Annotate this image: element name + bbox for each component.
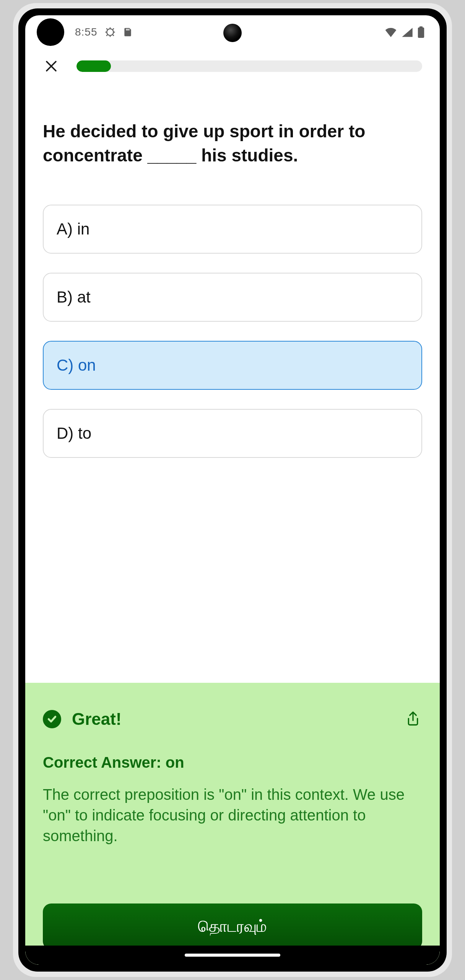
svg-rect-5 [419,26,423,28]
explanation-text: The correct preposition is "on" in this … [43,784,422,846]
svg-rect-3 [128,29,129,30]
quiz-content: He decided to give up sport in order to … [25,83,440,683]
progress-bar [76,60,422,72]
status-time: 8:55 [75,26,98,38]
feedback-title: Great! [72,710,122,729]
front-camera [223,24,242,42]
status-right [385,26,424,38]
options-list: A) inB) atC) onD) to [43,205,422,458]
option-b[interactable]: B) at [43,273,422,322]
sd-card-icon [123,26,133,38]
svg-rect-4 [418,28,424,38]
android-nav-bar [25,946,440,965]
wifi-icon [385,27,397,37]
progress-fill [76,60,111,72]
feedback-title-row: Great! [43,710,122,729]
phone-frame-outer: 8:55 [13,3,452,977]
correct-answer-label: Correct Answer: on [43,754,422,771]
screen: 8:55 [25,15,440,965]
check-circle-icon [43,710,61,728]
close-button[interactable] [43,58,60,75]
feedback-panel: Great! Correct Answer: on The correct pr… [25,683,440,965]
svg-rect-1 [126,29,127,30]
status-dot [37,18,64,46]
feedback-header: Great! [43,710,422,729]
share-button[interactable] [404,710,422,728]
gear-icon [104,26,116,38]
continue-button[interactable]: தொடரவும் [43,903,422,949]
svg-rect-2 [127,29,128,30]
svg-point-0 [107,29,114,36]
option-a[interactable]: A) in [43,205,422,254]
question-text: He decided to give up sport in order to … [43,119,422,168]
status-left: 8:55 [75,26,133,38]
option-c[interactable]: C) on [43,341,422,390]
nav-pill[interactable] [185,954,280,957]
phone-frame: 8:55 [18,8,447,972]
app-header [25,49,440,83]
option-d[interactable]: D) to [43,409,422,458]
battery-icon [418,26,424,38]
signal-icon [402,27,413,37]
